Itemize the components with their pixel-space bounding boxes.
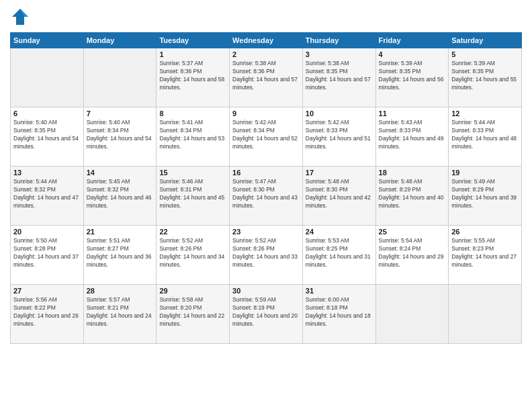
day-number: 3	[306, 50, 373, 58]
day-detail: Sunrise: 5:59 AMSunset: 8:19 PMDaylight:…	[232, 296, 300, 328]
calendar-cell: 20Sunrise: 5:50 AMSunset: 8:28 PMDayligh…	[11, 226, 84, 285]
weekday-header-monday: Monday	[83, 33, 157, 48]
calendar-cell: 25Sunrise: 5:54 AMSunset: 8:24 PMDayligh…	[375, 226, 449, 285]
calendar-cell: 8Sunrise: 5:41 AMSunset: 8:34 PMDaylight…	[157, 107, 230, 167]
weekday-header-wednesday: Wednesday	[230, 33, 303, 48]
day-number: 16	[232, 169, 300, 177]
day-detail: Sunrise: 5:52 AMSunset: 8:26 PMDaylight:…	[159, 237, 226, 269]
day-detail: Sunrise: 5:42 AMSunset: 8:33 PMDaylight:…	[306, 119, 373, 151]
calendar-cell: 26Sunrise: 5:55 AMSunset: 8:23 PMDayligh…	[449, 226, 522, 285]
day-detail: Sunrise: 5:57 AMSunset: 8:21 PMDaylight:…	[87, 296, 154, 328]
calendar-cell	[11, 48, 84, 107]
calendar-cell: 12Sunrise: 5:44 AMSunset: 8:33 PMDayligh…	[449, 107, 522, 167]
weekday-header-tuesday: Tuesday	[157, 33, 230, 48]
day-detail: Sunrise: 5:48 AMSunset: 8:29 PMDaylight:…	[379, 178, 446, 210]
day-detail: Sunrise: 5:53 AMSunset: 8:25 PMDaylight:…	[306, 237, 373, 269]
calendar-cell: 2Sunrise: 5:38 AMSunset: 8:36 PMDaylight…	[230, 48, 303, 107]
day-number: 12	[451, 109, 519, 118]
day-number: 10	[306, 109, 373, 118]
logo-icon	[10, 7, 30, 27]
calendar-cell: 14Sunrise: 5:45 AMSunset: 8:32 PMDayligh…	[83, 167, 157, 226]
calendar-cell: 7Sunrise: 5:40 AMSunset: 8:34 PMDaylight…	[83, 107, 157, 167]
day-detail: Sunrise: 5:45 AMSunset: 8:32 PMDaylight:…	[87, 178, 154, 210]
calendar-cell: 1Sunrise: 5:37 AMSunset: 8:36 PMDaylight…	[157, 48, 230, 107]
day-detail: Sunrise: 5:40 AMSunset: 8:34 PMDaylight:…	[87, 119, 154, 151]
day-detail: Sunrise: 5:51 AMSunset: 8:27 PMDaylight:…	[87, 237, 154, 269]
calendar-cell: 19Sunrise: 5:49 AMSunset: 8:29 PMDayligh…	[449, 167, 522, 226]
calendar-cell: 21Sunrise: 5:51 AMSunset: 8:27 PMDayligh…	[83, 226, 157, 285]
weekday-header-thursday: Thursday	[302, 33, 375, 48]
weekday-header-friday: Friday	[375, 33, 449, 48]
calendar-cell: 22Sunrise: 5:52 AMSunset: 8:26 PMDayligh…	[157, 226, 230, 285]
weekday-header-sunday: Sunday	[11, 33, 84, 48]
day-number: 23	[232, 228, 300, 236]
day-detail: Sunrise: 5:38 AMSunset: 8:36 PMDaylight:…	[232, 60, 300, 92]
day-number: 1	[159, 50, 226, 58]
calendar-cell	[375, 285, 449, 344]
day-number: 20	[13, 228, 81, 236]
calendar-cell: 10Sunrise: 5:42 AMSunset: 8:33 PMDayligh…	[302, 107, 375, 167]
calendar-cell: 30Sunrise: 5:59 AMSunset: 8:19 PMDayligh…	[230, 285, 303, 344]
day-number: 19	[451, 169, 519, 177]
calendar-cell: 27Sunrise: 5:56 AMSunset: 8:22 PMDayligh…	[11, 285, 84, 344]
day-detail: Sunrise: 5:52 AMSunset: 8:26 PMDaylight:…	[232, 237, 300, 269]
header	[10, 7, 522, 27]
day-number: 15	[159, 169, 226, 177]
day-number: 22	[159, 228, 226, 236]
calendar-cell: 16Sunrise: 5:47 AMSunset: 8:30 PMDayligh…	[230, 167, 303, 226]
calendar-cell: 31Sunrise: 6:00 AMSunset: 8:18 PMDayligh…	[302, 285, 375, 344]
day-detail: Sunrise: 5:49 AMSunset: 8:29 PMDaylight:…	[451, 178, 519, 210]
day-detail: Sunrise: 5:54 AMSunset: 8:24 PMDaylight:…	[379, 237, 446, 269]
calendar-cell: 11Sunrise: 5:43 AMSunset: 8:33 PMDayligh…	[375, 107, 449, 167]
day-detail: Sunrise: 5:39 AMSunset: 8:35 PMDaylight:…	[451, 60, 519, 92]
day-number: 6	[13, 109, 81, 118]
calendar-cell: 5Sunrise: 5:39 AMSunset: 8:35 PMDaylight…	[449, 48, 522, 107]
calendar-cell: 4Sunrise: 5:39 AMSunset: 8:35 PMDaylight…	[375, 48, 449, 107]
calendar-week-row: 6Sunrise: 5:40 AMSunset: 8:35 PMDaylight…	[11, 107, 522, 167]
calendar-cell: 23Sunrise: 5:52 AMSunset: 8:26 PMDayligh…	[230, 226, 303, 285]
day-detail: Sunrise: 5:44 AMSunset: 8:33 PMDaylight:…	[451, 119, 519, 151]
day-number: 29	[159, 287, 226, 295]
day-detail: Sunrise: 5:55 AMSunset: 8:23 PMDaylight:…	[451, 237, 519, 269]
day-number: 13	[13, 169, 81, 177]
day-detail: Sunrise: 5:37 AMSunset: 8:36 PMDaylight:…	[159, 60, 226, 92]
day-number: 18	[379, 169, 446, 177]
day-detail: Sunrise: 5:43 AMSunset: 8:33 PMDaylight:…	[379, 119, 446, 151]
day-number: 14	[87, 169, 154, 177]
day-number: 30	[232, 287, 300, 295]
calendar-cell: 13Sunrise: 5:44 AMSunset: 8:32 PMDayligh…	[11, 167, 84, 226]
day-detail: Sunrise: 5:41 AMSunset: 8:34 PMDaylight:…	[159, 119, 226, 151]
day-number: 2	[232, 50, 300, 58]
logo	[10, 7, 33, 27]
day-number: 26	[451, 228, 519, 236]
day-detail: Sunrise: 5:42 AMSunset: 8:34 PMDaylight:…	[232, 119, 300, 151]
day-detail: Sunrise: 5:56 AMSunset: 8:22 PMDaylight:…	[13, 296, 81, 328]
day-number: 31	[306, 287, 373, 295]
weekday-header-row: SundayMondayTuesdayWednesdayThursdayFrid…	[11, 33, 522, 48]
day-detail: Sunrise: 5:48 AMSunset: 8:30 PMDaylight:…	[306, 178, 373, 210]
day-number: 4	[379, 50, 446, 58]
day-number: 11	[379, 109, 446, 118]
calendar-week-row: 1Sunrise: 5:37 AMSunset: 8:36 PMDaylight…	[11, 48, 522, 107]
day-detail: Sunrise: 5:39 AMSunset: 8:35 PMDaylight:…	[379, 60, 446, 92]
day-number: 7	[87, 109, 154, 118]
calendar-cell: 6Sunrise: 5:40 AMSunset: 8:35 PMDaylight…	[11, 107, 84, 167]
calendar-cell: 24Sunrise: 5:53 AMSunset: 8:25 PMDayligh…	[302, 226, 375, 285]
day-number: 24	[306, 228, 373, 236]
day-detail: Sunrise: 5:50 AMSunset: 8:28 PMDaylight:…	[13, 237, 81, 269]
day-number: 25	[379, 228, 446, 236]
calendar-cell: 15Sunrise: 5:46 AMSunset: 8:31 PMDayligh…	[157, 167, 230, 226]
day-detail: Sunrise: 5:58 AMSunset: 8:20 PMDaylight:…	[159, 296, 226, 328]
day-number: 5	[451, 50, 519, 58]
day-number: 28	[87, 287, 154, 295]
calendar-table: SundayMondayTuesdayWednesdayThursdayFrid…	[10, 32, 522, 344]
day-detail: Sunrise: 5:40 AMSunset: 8:35 PMDaylight:…	[13, 119, 81, 151]
day-detail: Sunrise: 5:44 AMSunset: 8:32 PMDaylight:…	[13, 178, 81, 210]
day-number: 9	[232, 109, 300, 118]
day-number: 17	[306, 169, 373, 177]
day-number: 21	[87, 228, 154, 236]
calendar-cell: 17Sunrise: 5:48 AMSunset: 8:30 PMDayligh…	[302, 167, 375, 226]
calendar-cell: 28Sunrise: 5:57 AMSunset: 8:21 PMDayligh…	[83, 285, 157, 344]
calendar-cell: 3Sunrise: 5:38 AMSunset: 8:35 PMDaylight…	[302, 48, 375, 107]
calendar-cell: 18Sunrise: 5:48 AMSunset: 8:29 PMDayligh…	[375, 167, 449, 226]
